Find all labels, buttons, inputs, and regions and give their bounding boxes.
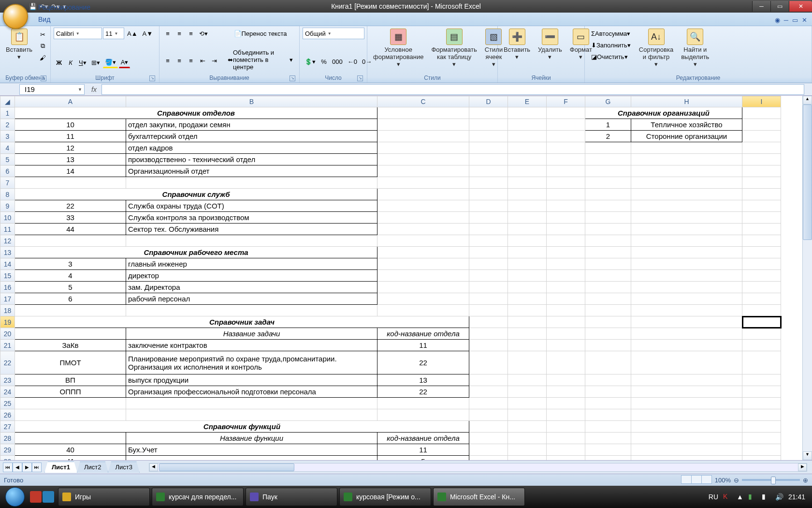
cell-E7[interactable] bbox=[508, 177, 547, 189]
cell-D7[interactable] bbox=[469, 177, 508, 189]
cell-H10[interactable] bbox=[631, 212, 742, 224]
cell-E26[interactable] bbox=[508, 409, 547, 421]
cell-H16[interactable] bbox=[631, 282, 742, 293]
cell-C23[interactable]: 13 bbox=[377, 374, 469, 386]
cell-D8[interactable] bbox=[469, 189, 508, 200]
sort-filter-button[interactable]: A↓Сортировка и фильтр▾ bbox=[636, 28, 676, 69]
cell-A23[interactable]: ВП bbox=[15, 374, 126, 386]
row-header-11[interactable]: 11 bbox=[0, 224, 15, 235]
row-header-28[interactable]: 28 bbox=[0, 433, 15, 444]
cell-C4[interactable] bbox=[377, 142, 469, 154]
cell-F29[interactable] bbox=[547, 444, 585, 456]
col-header-A[interactable]: A bbox=[15, 96, 126, 107]
cell-I17[interactable] bbox=[742, 293, 781, 305]
cell-E29[interactable] bbox=[508, 444, 547, 456]
cell-I9[interactable] bbox=[742, 200, 781, 212]
cell-A16[interactable]: 5 bbox=[15, 282, 126, 293]
cell-D3[interactable] bbox=[469, 131, 508, 142]
cell-C29[interactable]: 11 bbox=[377, 444, 469, 456]
cell-E23[interactable] bbox=[508, 374, 547, 386]
align-center-button[interactable]: ≡ bbox=[174, 55, 185, 66]
cell-B14[interactable]: главный инженер bbox=[126, 258, 377, 270]
cell-A5[interactable]: 13 bbox=[15, 154, 126, 165]
decrease-indent-button[interactable]: ⇤ bbox=[197, 55, 208, 66]
cell-I5[interactable] bbox=[742, 154, 781, 165]
cell-I24[interactable] bbox=[742, 386, 781, 398]
row-header-29[interactable]: 29 bbox=[0, 444, 15, 456]
align-top-button[interactable]: ≡ bbox=[162, 28, 173, 39]
cell-E28[interactable] bbox=[508, 433, 547, 444]
cell-H4[interactable] bbox=[631, 142, 742, 154]
cell-I10[interactable] bbox=[742, 212, 781, 224]
font-launcher[interactable]: ↘ bbox=[149, 75, 155, 81]
row-header-17[interactable]: 17 bbox=[0, 293, 15, 305]
cell-E11[interactable] bbox=[508, 224, 547, 235]
cell-D17[interactable] bbox=[469, 293, 508, 305]
row-header-27[interactable]: 27 bbox=[0, 421, 15, 433]
format-painter-button[interactable]: 🖌 bbox=[37, 52, 48, 63]
cell-A24[interactable]: ОППП bbox=[15, 386, 126, 398]
cell-I11[interactable] bbox=[742, 224, 781, 235]
sheet-nav-last[interactable]: ⏭ bbox=[32, 463, 42, 472]
cell-E3[interactable] bbox=[508, 131, 547, 142]
paste-button[interactable]: 📋 Вставить▾ bbox=[3, 28, 35, 62]
cell-B18[interactable] bbox=[126, 305, 377, 316]
cell-G29[interactable] bbox=[585, 444, 631, 456]
cell-D12[interactable] bbox=[469, 235, 508, 247]
cell-H9[interactable] bbox=[631, 200, 742, 212]
cell-E18[interactable] bbox=[508, 305, 547, 316]
tray-volume-icon[interactable]: 🔊 bbox=[775, 493, 783, 501]
cell-A7[interactable] bbox=[15, 177, 126, 189]
fill-button[interactable]: ⬇ Заполнить ▾ bbox=[588, 39, 634, 51]
cell-H14[interactable] bbox=[631, 258, 742, 270]
cell-C20[interactable]: код-название отдела bbox=[377, 328, 469, 340]
cell-H27[interactable] bbox=[631, 421, 742, 433]
clipboard-launcher[interactable]: ↘ bbox=[41, 75, 46, 81]
cell-H24[interactable] bbox=[631, 386, 742, 398]
cell-I4[interactable] bbox=[742, 142, 781, 154]
cell-B4[interactable]: отдел кадров bbox=[126, 142, 377, 154]
increase-decimal-button[interactable]: ←0 bbox=[346, 56, 359, 67]
cell-E25[interactable] bbox=[508, 398, 547, 409]
copy-button[interactable]: ⧉ bbox=[37, 40, 48, 52]
cell-C22[interactable]: 22 bbox=[377, 351, 469, 374]
zoom-slider[interactable] bbox=[742, 479, 800, 481]
cell-B29[interactable]: Бух.Учет bbox=[126, 444, 377, 456]
cell-H8[interactable] bbox=[631, 189, 742, 200]
cell-D30[interactable] bbox=[469, 456, 508, 461]
cell-H13[interactable] bbox=[631, 247, 742, 258]
cell-G1[interactable]: Справочник организаций bbox=[585, 107, 742, 119]
cell-I20[interactable] bbox=[742, 328, 781, 340]
row-header-23[interactable]: 23 bbox=[0, 374, 15, 386]
cell-C17[interactable] bbox=[377, 293, 469, 305]
col-header-I[interactable]: I bbox=[742, 96, 781, 107]
close-button[interactable]: ✕ bbox=[789, 1, 812, 12]
cell-A14[interactable]: 3 bbox=[15, 258, 126, 270]
cell-I28[interactable] bbox=[742, 433, 781, 444]
cell-F18[interactable] bbox=[547, 305, 585, 316]
shrink-font-button[interactable]: A▼ bbox=[141, 28, 155, 39]
cell-H30[interactable] bbox=[631, 456, 742, 461]
cell-C6[interactable] bbox=[377, 165, 469, 177]
cell-F22[interactable] bbox=[547, 351, 585, 374]
cell-F6[interactable] bbox=[547, 165, 585, 177]
cell-H6[interactable] bbox=[631, 165, 742, 177]
cell-H18[interactable] bbox=[631, 305, 742, 316]
align-left-button[interactable]: ≡ bbox=[162, 55, 173, 66]
cell-H23[interactable] bbox=[631, 374, 742, 386]
col-header-E[interactable]: E bbox=[508, 96, 547, 107]
row-header-14[interactable]: 14 bbox=[0, 258, 15, 270]
row-header-25[interactable]: 25 bbox=[0, 398, 15, 409]
taskbar-item[interactable]: Паук bbox=[246, 488, 337, 506]
cell-C2[interactable] bbox=[377, 119, 469, 131]
formula-input[interactable] bbox=[102, 84, 804, 95]
cell-E30[interactable] bbox=[508, 456, 547, 461]
cell-A25[interactable] bbox=[15, 398, 126, 409]
format-as-table-button[interactable]: ▤Форматировать как таблицу▾ bbox=[428, 28, 479, 69]
cell-G28[interactable] bbox=[585, 433, 631, 444]
increase-indent-button[interactable]: ⇥ bbox=[209, 55, 219, 66]
cell-C24[interactable]: 22 bbox=[377, 386, 469, 398]
cell-G9[interactable] bbox=[585, 200, 631, 212]
cell-D5[interactable] bbox=[469, 154, 508, 165]
taskbar-item[interactable]: курсач для передел... bbox=[152, 488, 244, 506]
